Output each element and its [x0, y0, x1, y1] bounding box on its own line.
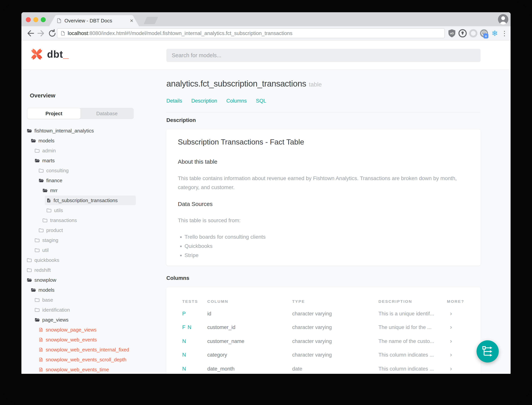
tree-item-fct_subscription_transactions[interactable]: fct_subscription_transactions: [21, 196, 162, 205]
page-title: analytics.fct_subscription_transactionst…: [166, 79, 322, 88]
tree-item-snowplow_web_events_internal_fixed[interactable]: snowplow_web_events_internal_fixed: [21, 345, 162, 355]
nav-link-details[interactable]: Details: [166, 98, 182, 104]
tree-item-fishtown_internal_analytics[interactable]: fishtown_internal_analytics: [21, 126, 162, 136]
tree-item-page_views[interactable]: page_views: [21, 315, 162, 325]
zoom-window-button[interactable]: [41, 17, 46, 22]
app-header: dbt_: [21, 40, 511, 70]
expand-row-icon[interactable]: ›: [450, 310, 452, 317]
tree-item-snowplow_web_events_scroll_depth[interactable]: snowplow_web_events_scroll_depth: [21, 355, 162, 364]
folder-icon: [35, 148, 40, 153]
expand-row-icon[interactable]: ›: [450, 365, 452, 372]
tree-item-marts[interactable]: marts: [21, 155, 162, 166]
doc-sources-list: Trello boards for consulting clients Qui…: [184, 234, 266, 262]
folder-icon: [42, 218, 48, 223]
url-text: localhost:8080/index.html#!/model/model.…: [68, 30, 292, 36]
nav-link-sql[interactable]: SQL: [256, 98, 266, 104]
source-item: Quickbooks: [184, 243, 266, 249]
expand-row-icon[interactable]: ›: [450, 351, 452, 358]
svg-text:uO: uO: [450, 32, 454, 35]
lineage-graph-icon: [482, 346, 493, 357]
browser-tab-strip: Overview - DBT Docs ×: [21, 12, 511, 26]
browser-tab[interactable]: Overview - DBT Docs ×: [49, 15, 139, 26]
snowflake-extension-icon[interactable]: ❄: [490, 28, 499, 38]
ublock-extension-icon[interactable]: uO: [447, 28, 457, 38]
tree-item-models[interactable]: models: [21, 136, 162, 146]
model-file-icon: [39, 357, 43, 362]
tree-item-consulting[interactable]: consulting: [21, 166, 162, 176]
folder-open-icon: [35, 317, 40, 322]
tree-item-staging[interactable]: staging: [21, 235, 162, 245]
source-item: Trello boards for consulting clients: [184, 234, 266, 240]
folder-open-icon: [27, 128, 32, 133]
expand-row-icon[interactable]: ›: [450, 324, 452, 331]
browser-toolbar: localhost:8080/index.html#!/model/model.…: [21, 26, 511, 40]
tab-close-icon[interactable]: ×: [130, 18, 133, 24]
folder-icon: [27, 268, 32, 272]
tree-item-quickbooks[interactable]: quickbooks: [21, 255, 162, 265]
tree-item-mrr[interactable]: mrr: [21, 185, 162, 196]
file-icon: [46, 198, 51, 203]
column-header-type: TYPE: [292, 299, 305, 304]
folder-open-icon: [35, 158, 40, 163]
page-icon: [61, 31, 65, 36]
tree-item-base[interactable]: base: [21, 295, 162, 305]
tree-item-redshift[interactable]: redshift: [21, 265, 162, 275]
nav-link-columns[interactable]: Columns: [226, 98, 247, 104]
nav-link-description[interactable]: Description: [191, 98, 217, 104]
reload-icon[interactable]: [48, 29, 57, 38]
tree-item-models[interactable]: models: [21, 285, 162, 295]
tree-item-product[interactable]: product: [21, 225, 162, 235]
power-extension-icon[interactable]: x: [479, 28, 489, 38]
tree-item-util[interactable]: util: [21, 245, 162, 255]
divider: [166, 112, 480, 112]
tree-item-finance[interactable]: finance: [21, 176, 162, 185]
folder-open-icon: [27, 278, 32, 282]
column-header-more: MORE?: [447, 299, 464, 304]
doc-title: Subscription Transactions - Fact Table: [178, 138, 304, 146]
back-icon[interactable]: [26, 29, 35, 38]
source-item: Stripe: [184, 252, 266, 258]
tree-item-transactions[interactable]: transactions: [21, 215, 162, 225]
materialization-badge: table: [309, 81, 322, 88]
browser-menu-icon[interactable]: ⋮: [501, 29, 508, 38]
column-header-column: COLUMN: [207, 299, 228, 304]
url-host: localhost: [68, 30, 88, 36]
description-section-label: Description: [166, 117, 196, 123]
logo-underscore: _: [63, 48, 69, 60]
model-file-icon: [39, 347, 43, 352]
close-window-button[interactable]: [26, 17, 31, 22]
tree-item-utils[interactable]: utils: [21, 205, 162, 215]
minimize-window-button[interactable]: [33, 17, 38, 22]
browser-window: Overview - DBT Docs ×: [21, 12, 511, 374]
search-input[interactable]: [166, 49, 480, 62]
folder-icon: [39, 168, 44, 173]
tree-item-snowplow_web_events[interactable]: snowplow_web_events: [21, 335, 162, 345]
url-path: :8080/index.html#!/model/model.fishtown_…: [88, 30, 293, 36]
tree-item-snowplow_page_views[interactable]: snowplow_page_views: [21, 325, 162, 335]
lineage-graph-fab-button[interactable]: [477, 340, 499, 363]
url-bar[interactable]: localhost:8080/index.html#!/model/model.…: [57, 28, 445, 38]
opera-extension-icon[interactable]: [468, 28, 478, 38]
dbt-logo[interactable]: dbt_: [31, 48, 69, 60]
tree-item-snowplow[interactable]: snowplow: [21, 275, 162, 285]
tree-item-admin[interactable]: admin: [21, 146, 162, 155]
forward-icon[interactable]: [37, 29, 46, 38]
model-file-icon: [39, 338, 43, 342]
model-nav: Details Description Columns SQL: [166, 98, 266, 104]
doc-sources-intro: This table is sourced from:: [178, 217, 241, 223]
tree-item-identification[interactable]: identification: [21, 305, 162, 315]
description-card: Subscription Transactions - Fact Table A…: [166, 129, 480, 266]
folder-icon: [35, 298, 40, 302]
svg-text:x: x: [485, 34, 487, 38]
onepassword-extension-icon[interactable]: [458, 28, 467, 38]
folder-icon: [27, 258, 32, 263]
folder-open-icon: [31, 138, 36, 143]
model-file-icon: [39, 327, 43, 332]
toggle-database-button[interactable]: Database: [80, 108, 134, 119]
toggle-project-button[interactable]: Project: [27, 108, 80, 119]
new-tab-button[interactable]: [144, 17, 158, 24]
profile-avatar-icon[interactable]: [498, 14, 508, 25]
sidebar-overview-label[interactable]: Overview: [30, 92, 55, 99]
expand-row-icon[interactable]: ›: [450, 338, 452, 344]
tree-item-snowplow_web_events_time[interactable]: snowplow_web_events_time: [21, 364, 162, 374]
